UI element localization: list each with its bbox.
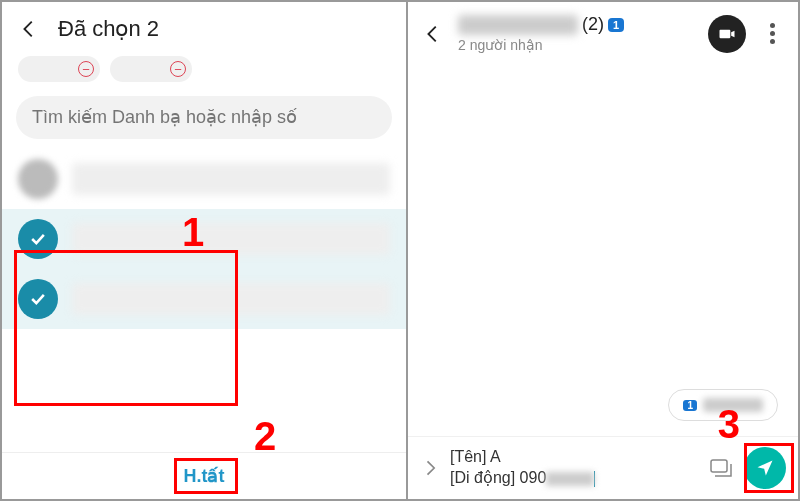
sim-badge: 1 xyxy=(683,400,697,411)
back-icon[interactable] xyxy=(18,18,40,40)
video-icon xyxy=(717,24,737,44)
contact-avatar xyxy=(18,159,58,199)
back-icon[interactable] xyxy=(422,23,444,45)
expand-icon[interactable] xyxy=(420,458,440,478)
annotation-box-1 xyxy=(14,250,238,406)
contact-name xyxy=(72,163,390,195)
annotation-number-1: 1 xyxy=(182,210,204,255)
annotation-number-3: 3 xyxy=(718,402,740,447)
contact-row[interactable] xyxy=(2,149,406,209)
header-title: Đã chọn 2 xyxy=(58,16,159,42)
more-menu-button[interactable] xyxy=(760,23,784,44)
conversation-title xyxy=(458,15,578,35)
compose-line-2: [Di động] 090 xyxy=(450,469,546,486)
svg-rect-0 xyxy=(711,460,727,472)
chip-remove-icon[interactable]: − xyxy=(78,61,94,77)
compose-line-1: [Tên] A xyxy=(450,448,501,465)
recipient-subtitle: 2 người nhận xyxy=(458,37,694,53)
compose-input[interactable]: [Tên] A [Di động] 090 xyxy=(450,447,698,489)
search-field[interactable] xyxy=(16,96,392,139)
annotation-number-2: 2 xyxy=(254,414,276,459)
recipient-count: (2) xyxy=(582,14,604,35)
annotation-box-2 xyxy=(174,458,238,494)
selected-chip[interactable]: − xyxy=(18,56,100,82)
sim-selector-icon[interactable] xyxy=(708,458,734,478)
sim-badge: 1 xyxy=(608,18,624,32)
selected-chip[interactable]: − xyxy=(110,56,192,82)
video-call-button[interactable] xyxy=(708,15,746,53)
search-input[interactable] xyxy=(32,107,376,128)
chip-remove-icon[interactable]: − xyxy=(170,61,186,77)
annotation-box-3 xyxy=(744,443,794,493)
